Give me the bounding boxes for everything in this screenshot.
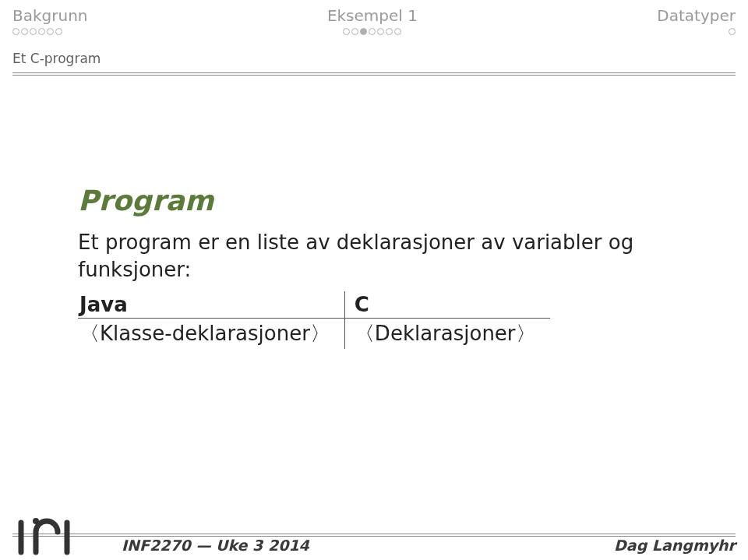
- progress-dots: [343, 28, 401, 35]
- progress-dot[interactable]: [47, 28, 54, 35]
- progress-dot[interactable]: [369, 28, 376, 35]
- table-header-c: C: [344, 291, 549, 319]
- footer-left: INF2270 — Uke 3 2014: [122, 537, 309, 554]
- progress-dot[interactable]: [343, 28, 350, 35]
- ifi-logo: [12, 516, 98, 555]
- body-text: Et program er en liste av deklarasjoner …: [78, 229, 670, 284]
- svg-point-1: [33, 518, 39, 524]
- nav-section-eksempel1[interactable]: Eksempel 1: [327, 6, 418, 35]
- slide-footer: INF2270 — Uke 3 2014 Dag Langmyhr: [0, 527, 748, 560]
- progress-dot[interactable]: [38, 28, 45, 35]
- table-cell-c: 〈Deklarasjoner〉: [344, 319, 549, 350]
- progress-dots: [729, 28, 736, 35]
- progress-dot[interactable]: [377, 28, 384, 35]
- nav-label: Datatyper: [657, 6, 736, 25]
- section-nav: Bakgrunn Eksempel 1 Datatyper: [12, 6, 736, 35]
- progress-dot[interactable]: [12, 28, 19, 35]
- table-cell-java: 〈Klasse-deklarasjoner〉: [78, 319, 344, 350]
- footer-right: Dag Langmyhr: [614, 537, 736, 554]
- progress-dot[interactable]: [21, 28, 28, 35]
- nav-label: Eksempel 1: [327, 6, 418, 25]
- nav-section-datatyper[interactable]: Datatyper: [657, 6, 736, 35]
- nav-label: Bakgrunn: [12, 6, 88, 25]
- progress-dot[interactable]: [55, 28, 62, 35]
- divider: [12, 72, 736, 73]
- progress-dot[interactable]: [351, 28, 358, 35]
- table-header-java: Java: [78, 291, 344, 319]
- progress-dot[interactable]: [30, 28, 37, 35]
- progress-dot[interactable]: [360, 28, 367, 35]
- slide-title: Program: [78, 185, 670, 217]
- progress-dot[interactable]: [729, 28, 736, 35]
- slide-header: Bakgrunn Eksempel 1 Datatyper Et C-progr…: [0, 0, 748, 76]
- progress-dot[interactable]: [386, 28, 393, 35]
- divider: [12, 534, 736, 534]
- progress-dots: [12, 28, 62, 35]
- table-row: 〈Klasse-deklarasjoner〉 〈Deklarasjoner〉: [78, 319, 550, 350]
- progress-dot[interactable]: [394, 28, 401, 35]
- subsection-label: Et C-program: [12, 51, 736, 66]
- nav-section-bakgrunn[interactable]: Bakgrunn: [12, 6, 88, 35]
- slide-content: Program Et program er en liste av deklar…: [0, 76, 748, 349]
- compare-table: Java C 〈Klasse-deklarasjoner〉 〈Deklarasj…: [78, 291, 550, 349]
